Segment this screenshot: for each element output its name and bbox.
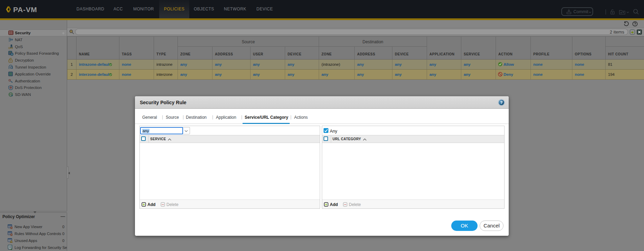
svg-text:QoS: QoS (8, 47, 13, 49)
